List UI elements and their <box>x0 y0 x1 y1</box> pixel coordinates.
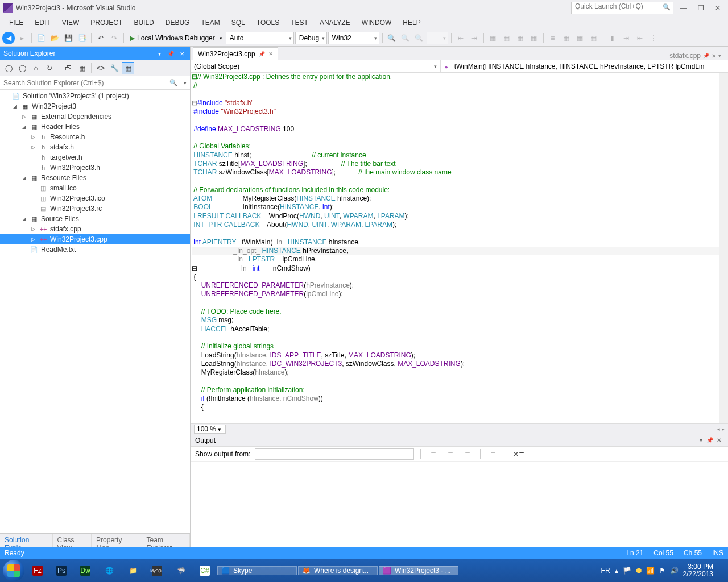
task-photoshop[interactable]: Ps <box>50 560 73 581</box>
tab-close-icon[interactable]: ✕ <box>268 51 273 57</box>
task-mysql[interactable]: MySQL <box>146 560 168 581</box>
zoom1-icon[interactable]: 🔍 <box>399 32 412 44</box>
tree-win32project3[interactable]: ◢▦Win32Project3 <box>0 101 190 111</box>
se-code-icon[interactable]: <> <box>94 62 107 74</box>
tray-clock[interactable]: 3:00 PM 2/22/2013 <box>683 563 713 578</box>
sidebar-tab-3[interactable]: Team Explorer <box>142 534 190 547</box>
tray-vol-icon[interactable]: 🔊 <box>670 567 679 575</box>
quick-launch-input[interactable]: Quick Launch (Ctrl+Q) <box>571 2 673 14</box>
preview-dd-icon[interactable]: ▾ <box>718 53 721 59</box>
task-skype[interactable]: 🟦Skype <box>217 566 297 575</box>
nav-fwd-button[interactable]: ▸ <box>16 32 28 44</box>
se-prop-icon[interactable]: 🔧 <box>108 62 121 74</box>
solution-search-input[interactable] <box>3 79 187 87</box>
solution-config-combo[interactable]: Auto <box>226 32 294 44</box>
task-explorer[interactable]: 📁 <box>122 560 144 581</box>
panel-close-button[interactable]: ✕ <box>177 49 187 58</box>
se-refresh-icon[interactable]: 🗗 <box>62 62 75 74</box>
preview-pin-icon[interactable]: 📌 <box>703 53 709 59</box>
tree-header-files[interactable]: ◢▦Header Files <box>0 122 190 132</box>
start-button[interactable] <box>2 560 25 581</box>
task-wireshark[interactable]: 🦈 <box>169 560 192 581</box>
se-showall-icon[interactable]: ▦ <box>76 62 88 74</box>
code-editor[interactable]: ⊟// Win32Project3.cpp : Defines the entr… <box>191 73 728 423</box>
tree-resource-files[interactable]: ◢▦Resource Files <box>0 173 190 183</box>
tree-win32project3-ico[interactable]: ◫Win32Project3.ico <box>0 193 190 203</box>
system-tray[interactable]: FR ▴ 🏳️ ⬢ 📶 ⚑ 🔊 3:00 PM 2/22/2013 <box>598 560 726 581</box>
tray-av-icon[interactable]: ⬢ <box>636 567 642 575</box>
task-where-is-design---[interactable]: 🦊Where is design... <box>298 566 378 575</box>
tree-readme-txt[interactable]: 📄ReadMe.txt <box>0 244 190 255</box>
se-home-icon[interactable]: ⌂ <box>30 62 42 74</box>
menu-sql[interactable]: SQL <box>226 16 251 29</box>
tree-external-dependencies[interactable]: ▷▦External Dependencies <box>0 111 190 122</box>
preview-tab[interactable]: stdafx.cpp 📌 ✕ ▾ <box>665 52 726 60</box>
undo-button[interactable]: ↶ <box>94 32 107 44</box>
tree-win32project3-rc[interactable]: ▤Win32Project3.rc <box>0 203 190 214</box>
find-button[interactable]: 🔍 <box>386 32 398 44</box>
save-all-button[interactable]: 📑 <box>76 32 88 44</box>
menu-build[interactable]: BUILD <box>128 16 159 29</box>
tree-stdafx-cpp[interactable]: ▷++stdafx.cpp <box>0 224 190 234</box>
menu-window[interactable]: WINDOW <box>356 16 398 29</box>
menu-help[interactable]: HELP <box>397 16 426 29</box>
task-dreamweaver[interactable]: Dw <box>74 560 97 581</box>
output-close-button[interactable]: ✕ <box>714 436 723 445</box>
tree-small-ico[interactable]: ◫small.ico <box>0 183 190 193</box>
platform-combo[interactable]: Win32 <box>328 32 379 44</box>
minimize-button[interactable]: — <box>677 2 690 14</box>
menu-test[interactable]: TEST <box>285 16 314 29</box>
tree-source-files[interactable]: ◢▦Source Files <box>0 214 190 224</box>
vertical-scrollbar[interactable] <box>719 73 728 423</box>
tree-win32project3-h[interactable]: hWin32Project3.h <box>0 163 190 173</box>
panel-pin-button[interactable]: 📌 <box>166 49 175 58</box>
doc-tab-active[interactable]: Win32Project3.cpp 📌 ✕ <box>193 47 278 60</box>
zoom-combo[interactable]: 100 % ▾ <box>194 425 226 434</box>
tree-targetver-h[interactable]: htargetver.h <box>0 152 190 163</box>
menu-project[interactable]: PROJECT <box>85 16 128 29</box>
se-back-icon[interactable]: ◯ <box>2 62 15 74</box>
lang-indicator[interactable]: FR <box>601 567 610 575</box>
tree-win32project3-cpp[interactable]: ▷++Win32Project3.cpp <box>0 234 190 244</box>
task-csharp[interactable]: C# <box>193 560 216 581</box>
se-fwd-icon[interactable]: ◯ <box>16 62 28 74</box>
menu-view[interactable]: VIEW <box>56 16 85 29</box>
output-source-combo[interactable] <box>255 448 414 460</box>
pin-icon[interactable]: 📌 <box>259 51 265 57</box>
output-dd-button[interactable]: ▾ <box>696 436 705 445</box>
tree-resource-h[interactable]: ▷hResource.h <box>0 132 190 142</box>
preview-close-icon[interactable]: ✕ <box>712 53 716 59</box>
solution-search[interactable]: ▾ <box>0 76 190 90</box>
open-button[interactable]: 📂 <box>48 32 61 44</box>
sidebar-tab-1[interactable]: Class View <box>53 534 92 547</box>
show-desktop-button[interactable] <box>718 560 722 581</box>
sidebar-tab-0[interactable]: Solution Explo... <box>0 534 53 547</box>
menu-tools[interactable]: TOOLS <box>251 16 285 29</box>
out-b5-icon[interactable]: ✕≣ <box>512 448 525 460</box>
sidebar-tab-2[interactable]: Property Man... <box>92 534 142 547</box>
tree-stdafx-h[interactable]: ▷hstdafx.h <box>0 142 190 152</box>
output-pin-button[interactable]: 📌 <box>705 436 714 445</box>
se-preview-icon[interactable]: ▦ <box>122 62 134 74</box>
panel-dropdown-button[interactable]: ▾ <box>155 49 164 58</box>
redo-button[interactable]: ↷ <box>108 32 121 44</box>
task-win32project3------[interactable]: 🟪Win32Project3 - ... <box>379 566 458 575</box>
start-debug-button[interactable]: ▶Local Windows Debugger <box>127 32 225 44</box>
nav-back-button[interactable]: ◀ <box>2 32 15 44</box>
scope-combo-right[interactable]: ⬥ _tWinMain(HINSTANCE hInstance, HINSTAN… <box>441 60 728 72</box>
tray-net-icon[interactable]: 📶 <box>646 567 655 575</box>
restore-button[interactable]: ❐ <box>694 2 708 14</box>
menu-debug[interactable]: DEBUG <box>160 16 196 29</box>
config-combo[interactable]: Debug <box>295 32 327 44</box>
tray-safe-icon[interactable]: ⚑ <box>659 567 665 575</box>
solution-tree[interactable]: 📄Solution 'Win32Project3' (1 project)◢▦W… <box>0 90 190 533</box>
menu-analyze[interactable]: ANALYZE <box>314 16 356 29</box>
save-button[interactable]: 💾 <box>62 32 75 44</box>
close-button[interactable]: ✕ <box>711 2 725 14</box>
tree-solution--win32project3---1-project-[interactable]: 📄Solution 'Win32Project3' (1 project) <box>0 91 190 101</box>
tray-flag-icon[interactable]: 🏳️ <box>623 567 631 575</box>
task-filezilla[interactable]: Fz <box>26 560 49 581</box>
menu-team[interactable]: TEAM <box>195 16 225 29</box>
menu-file[interactable]: FILE <box>3 16 29 29</box>
zoom2-icon[interactable]: 🔍 <box>413 32 425 44</box>
